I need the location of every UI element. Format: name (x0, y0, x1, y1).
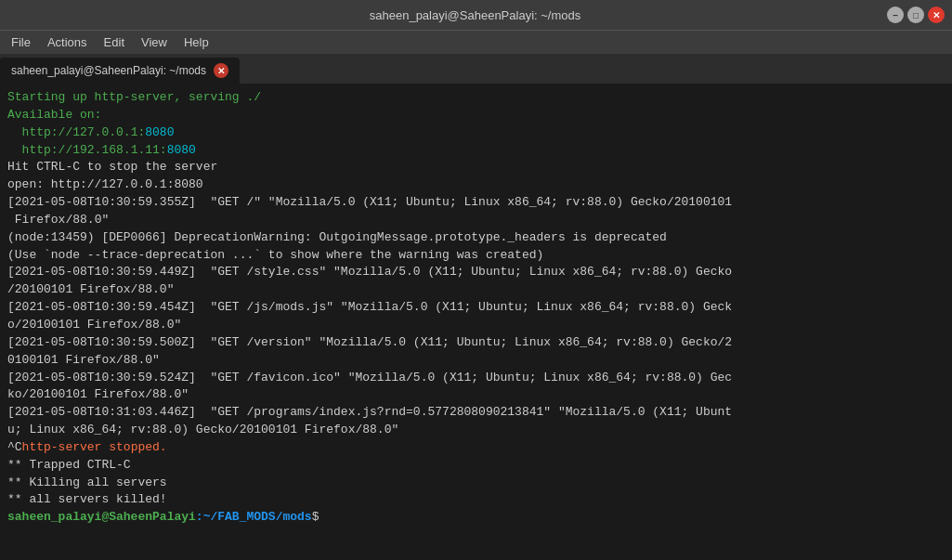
window-title: saheen_palayi@SaheenPalayi: ~/mods (63, 8, 887, 22)
terminal-line: /20100101 Firefox/88.0" (7, 281, 945, 299)
terminal-line: open: http://127.0.0.1:8080 (7, 176, 945, 194)
terminal-line: ** Trapped CTRL-C (7, 457, 945, 475)
terminal-line: [2021-05-08T10:30:59.355Z] "GET /" "Mozi… (7, 194, 945, 212)
terminal-line: 0100101 Firefox/88.0" (7, 352, 945, 370)
terminal-line: (Use `node --trace-deprecation ...` to s… (7, 247, 945, 265)
menu-bar: File Actions Edit View Help (0, 30, 952, 54)
terminal-line: ^Chttp-server stopped. (7, 439, 945, 457)
tab-bar: saheen_palayi@SaheenPalayi: ~/mods ✕ (0, 54, 952, 84)
terminal-line: http://127.0.0.1:8080 (7, 124, 945, 142)
terminal-wrapper: Starting up http-server, serving ./Avail… (0, 84, 952, 560)
menu-help[interactable]: Help (176, 33, 216, 51)
terminal-line: u; Linux x86_64; rv:88.0) Gecko/20100101… (7, 422, 945, 439)
terminal-output[interactable]: Starting up http-server, serving ./Avail… (0, 84, 952, 560)
terminal-line: ko/20100101 Firefox/88.0" (7, 386, 945, 404)
menu-edit[interactable]: Edit (97, 33, 132, 51)
terminal-line: (node:13459) [DEP0066] DeprecationWarnin… (7, 229, 945, 247)
terminal-line: o/20100101 Firefox/88.0" (7, 317, 945, 334)
minimize-button[interactable]: – (887, 7, 904, 23)
terminal-line: [2021-05-08T10:30:59.524Z] "GET /favicon… (7, 370, 945, 387)
menu-file[interactable]: File (4, 33, 38, 51)
terminal-line: Firefox/88.0" (7, 212, 945, 229)
terminal-line: Starting up http-server, serving ./ (7, 89, 945, 107)
terminal-line: [2021-05-08T10:30:59.449Z] "GET /style.c… (7, 264, 945, 281)
terminal-tab[interactable]: saheen_palayi@SaheenPalayi: ~/mods ✕ (0, 58, 240, 84)
terminal-line: http://192.168.1.11:8080 (7, 142, 945, 160)
tab-close-button[interactable]: ✕ (214, 63, 228, 78)
terminal-line: ** Killing all servers (7, 475, 945, 492)
menu-actions[interactable]: Actions (40, 33, 95, 51)
terminal-line: ** all servers killed! (7, 491, 945, 509)
terminal-line: [2021-05-08T10:30:59.454Z] "GET /js/mods… (7, 299, 945, 317)
close-button[interactable]: ✕ (928, 7, 945, 23)
terminal-prompt: saheen_palayi@SaheenPalayi:~/FAB_MODS/mo… (7, 509, 945, 527)
terminal-line: [2021-05-08T10:31:03.446Z] "GET /program… (7, 404, 945, 422)
terminal-line: Available on: (7, 107, 945, 124)
menu-view[interactable]: View (134, 33, 175, 51)
window-controls[interactable]: – □ ✕ (887, 7, 945, 23)
terminal-line: Hit CTRL-C to stop the server (7, 159, 945, 176)
tab-label: saheen_palayi@SaheenPalayi: ~/mods (11, 64, 206, 77)
title-bar: saheen_palayi@SaheenPalayi: ~/mods – □ ✕ (0, 0, 952, 30)
maximize-button[interactable]: □ (907, 7, 924, 23)
terminal-line: [2021-05-08T10:30:59.500Z] "GET /version… (7, 334, 945, 352)
